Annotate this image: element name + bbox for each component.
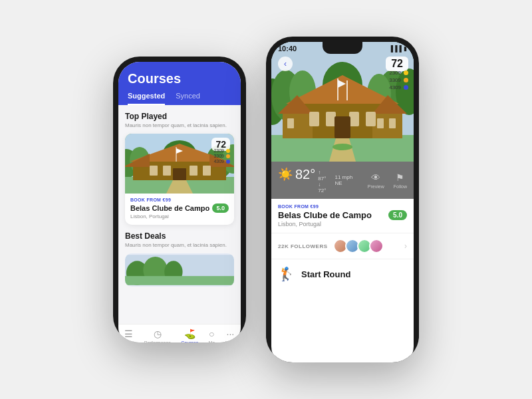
preview-label: Preview [368, 184, 384, 189]
best-deals-title: Best Deals [125, 231, 234, 241]
right-tee-value-2: 3309 [389, 77, 401, 83]
status-time: 10:40 [278, 45, 297, 53]
right-tee-row-2: 3309 [389, 77, 408, 83]
start-round-row[interactable]: 🏌 Start Round [271, 259, 414, 289]
right-tee-value-3: 4309 [389, 84, 401, 90]
courses-icon: ⛳ [184, 329, 196, 339]
course-location-left: Lisbon, Portugal [130, 213, 229, 219]
course-card-image: 72 2309 3309 4309 [125, 134, 234, 194]
right-course-info: BOOK FROM €99 Belas Clube de Campo 5.0 L… [271, 199, 414, 233]
nav-item-performance[interactable]: ◷ Performance [144, 329, 171, 342]
battery-icon: ▮ [404, 45, 407, 52]
temp-range: ↑ 87° ↓ 72° [318, 170, 327, 194]
nav-item-feed[interactable]: ☰ Feed [124, 329, 134, 342]
svg-rect-42 [366, 112, 376, 126]
nav-item-me[interactable]: ○ Me [208, 329, 215, 342]
temp-high: ↑ 87° [318, 170, 327, 182]
svg-rect-46 [334, 116, 350, 138]
svg-rect-37 [372, 112, 402, 138]
courses-label: Courses [181, 340, 198, 342]
top-played-title: Top Played [125, 112, 234, 121]
tab-suggested[interactable]: Suggested [128, 92, 165, 105]
me-icon: ○ [209, 329, 214, 339]
followers-count: 22K [278, 243, 289, 249]
avatar-4 [369, 239, 384, 253]
weather-actions: 👁 Preview ⚑ Follow [368, 172, 407, 189]
tee-value-1: 2309 [213, 148, 224, 153]
right-phone-inner: 10:40 ▐▐▐ ▮ [271, 42, 414, 362]
follow-icon: ⚑ [396, 172, 404, 183]
left-content: Top Played Mauris non tempor quam, et la… [118, 105, 241, 324]
left-header-title: Courses [128, 71, 231, 86]
svg-rect-39 [309, 112, 319, 126]
left-phone: Courses Suggested Synced Top Played Maur… [113, 57, 246, 342]
left-header: Courses Suggested Synced [118, 62, 241, 105]
followers-text: FOLLOWERS [291, 243, 328, 249]
preview-action[interactable]: 👁 Preview [368, 172, 384, 189]
book-label-left: BOOK FROM €99 [130, 198, 229, 202]
right-tee-row-1: 2309 [389, 70, 408, 76]
status-icons: ▐▐▐ ▮ [389, 45, 407, 52]
temp-low: ↓ 72° [318, 182, 327, 194]
right-tee-dot-2 [404, 78, 408, 82]
svg-rect-23 [125, 276, 234, 285]
right-course-name: Belas Clube de Campo [278, 210, 372, 220]
right-tee-value-1: 2309 [389, 70, 401, 76]
scene: Courses Suggested Synced Top Played Maur… [0, 0, 532, 399]
course-card-top[interactable]: 72 2309 3309 4309 [125, 134, 234, 225]
svg-rect-14 [203, 166, 211, 176]
svg-rect-13 [190, 166, 198, 176]
tee-dot-3 [226, 160, 230, 164]
followers-label: 22K FOLLOWERS [278, 243, 328, 249]
nav-item-courses[interactable]: ⛳ Courses [181, 329, 198, 342]
right-score-badge: 72 [386, 57, 408, 71]
rating-badge-left: 5.0 [212, 203, 229, 213]
performance-icon: ◷ [154, 329, 162, 339]
left-tabs: Suggested Synced [128, 92, 231, 105]
svg-point-51 [332, 144, 352, 150]
wind-info: 11 mph NE [334, 174, 359, 186]
right-tee-info: 2309 3309 4309 [389, 70, 408, 90]
right-tee-dot-1 [404, 70, 408, 75]
course-card-body: BOOK FROM €99 Belas Clube de Campo 5.0 L… [125, 194, 234, 225]
tee-row-2: 3309 [213, 154, 230, 158]
sun-icon: ☀️ [278, 167, 293, 182]
right-course-location: Lisbon, Portugal [278, 221, 407, 227]
right-phone: 10:40 ▐▐▐ ▮ [266, 37, 419, 362]
course-name-row-left: Belas Clube de Campo 5.0 [130, 203, 229, 213]
best-deals-card[interactable] [125, 253, 234, 287]
left-phone-inner: Courses Suggested Synced Top Played Maur… [118, 62, 241, 342]
more-icon: ··· [227, 329, 235, 339]
tee-dot-2 [226, 154, 230, 158]
svg-rect-43 [287, 118, 294, 128]
weather-temperature: ☀️ 82° ↑ 87° ↓ 72° [278, 167, 327, 194]
svg-rect-11 [150, 166, 158, 176]
svg-rect-45 [389, 118, 396, 128]
svg-rect-41 [349, 112, 359, 126]
performance-label: Performance [144, 340, 171, 342]
more-label: More [225, 340, 235, 342]
nav-item-more[interactable]: ··· More [225, 329, 235, 342]
preview-icon: 👁 [371, 172, 380, 183]
tee-row-3: 4309 [213, 159, 230, 164]
temp-value: 82° [295, 167, 315, 182]
follow-label: Follow [394, 184, 407, 189]
tee-value-3: 4309 [213, 159, 224, 164]
follower-avatars [333, 239, 384, 253]
follow-action[interactable]: ⚑ Follow [394, 172, 407, 189]
tee-dot-1 [226, 149, 230, 153]
right-tee-dot-3 [404, 85, 408, 90]
back-button[interactable]: ‹ [278, 57, 293, 71]
tee-info-left: 2309 3309 4309 [213, 148, 230, 164]
course-name-left: Belas Clube de Campo [130, 204, 209, 212]
svg-rect-44 [377, 118, 384, 128]
svg-rect-35 [283, 112, 313, 138]
tee-value-2: 3309 [213, 154, 224, 158]
right-course-name-row: Belas Clube de Campo 5.0 [278, 210, 407, 220]
right-hero-image: 10:40 ▐▐▐ ▮ [271, 42, 414, 162]
feed-icon: ☰ [124, 329, 133, 339]
bottom-nav: ☰ Feed ◷ Performance ⛳ Courses ○ Me ··· [118, 324, 241, 342]
followers-strip[interactable]: 22K FOLLOWERS › [271, 233, 414, 259]
tab-synced[interactable]: Synced [176, 92, 200, 105]
top-played-subtitle: Mauris non tempor quam, et lacinia sapie… [125, 122, 234, 128]
